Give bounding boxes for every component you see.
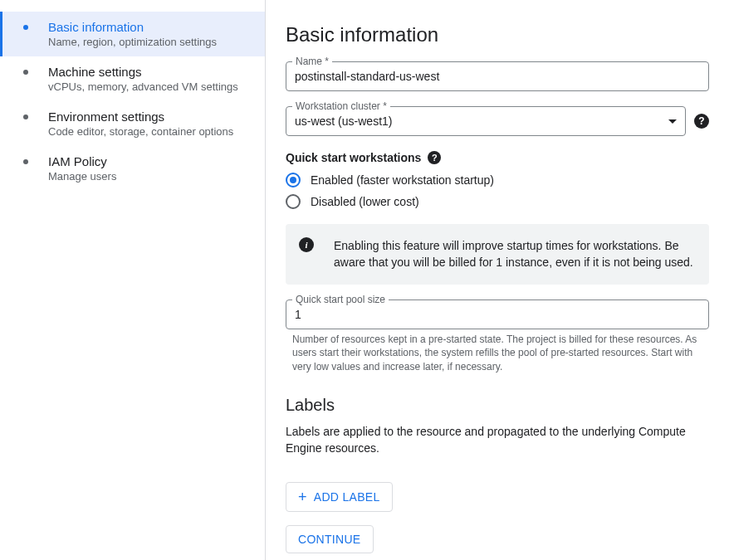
sidebar-item-title: IAM Policy xyxy=(48,154,252,168)
quickstart-label-text: Quick start workstations xyxy=(286,151,421,164)
quickstart-radio-group: Enabled (faster workstation startup) Dis… xyxy=(286,173,709,209)
name-input[interactable] xyxy=(286,61,709,91)
sidebar-item-subtitle: Code editor, storage, container options xyxy=(48,125,252,138)
radio-enabled[interactable]: Enabled (faster workstation startup) xyxy=(286,173,709,187)
help-icon[interactable]: ? xyxy=(694,114,709,129)
sidebar-item-title: Machine settings xyxy=(48,65,252,79)
pool-size-label: Quick start pool size xyxy=(292,294,389,305)
pool-size-form-field: Quick start pool size xyxy=(286,299,709,329)
labels-title: Labels xyxy=(286,396,709,415)
quickstart-info-box: i Enabling this feature will improve sta… xyxy=(286,224,709,285)
quickstart-section-label: Quick start workstations ? xyxy=(286,151,709,164)
continue-button-text: Continue xyxy=(298,533,361,546)
plus-icon: + xyxy=(298,489,307,504)
main-content: Basic information Name * Workstation clu… xyxy=(266,0,729,560)
page-title: Basic information xyxy=(286,23,709,46)
chevron-down-icon xyxy=(668,119,677,124)
continue-button[interactable]: Continue xyxy=(286,525,374,553)
info-text: Enabling this feature will improve start… xyxy=(334,237,696,271)
sidebar-item-subtitle: Name, region, optimization settings xyxy=(48,36,252,48)
step-bullet-icon xyxy=(23,159,28,164)
sidebar-item-title: Environment settings xyxy=(48,110,252,124)
sidebar: Basic information Name, region, optimiza… xyxy=(0,0,266,560)
sidebar-item-environment-settings[interactable]: Environment settings Code editor, storag… xyxy=(0,101,265,146)
name-label: Name * xyxy=(292,56,332,67)
add-label-button[interactable]: + Add label xyxy=(286,482,393,512)
radio-label: Enabled (faster workstation startup) xyxy=(311,173,494,187)
labels-description: Labels are applied to the resource and p… xyxy=(286,423,709,457)
cluster-form-field: Workstation cluster * us-west (us-west1)… xyxy=(286,106,709,136)
sidebar-item-basic-information[interactable]: Basic information Name, region, optimiza… xyxy=(0,12,265,56)
help-icon[interactable]: ? xyxy=(428,151,441,164)
step-bullet-icon xyxy=(23,114,28,119)
radio-label: Disabled (lower cost) xyxy=(311,195,419,208)
sidebar-item-machine-settings[interactable]: Machine settings vCPUs, memory, advanced… xyxy=(0,56,265,101)
name-form-field: Name * xyxy=(286,61,709,91)
cluster-label: Workstation cluster * xyxy=(292,100,390,112)
sidebar-item-iam-policy[interactable]: IAM Policy Manage users xyxy=(0,146,265,191)
step-bullet-icon xyxy=(23,25,28,30)
radio-disabled[interactable]: Disabled (lower cost) xyxy=(286,194,709,209)
radio-icon xyxy=(286,194,301,209)
info-icon: i xyxy=(299,237,314,252)
radio-icon xyxy=(286,173,301,187)
cluster-value: us-west (us-west1) xyxy=(295,114,392,128)
add-label-button-text: Add label xyxy=(314,490,380,504)
sidebar-item-title: Basic information xyxy=(48,20,252,34)
step-bullet-icon xyxy=(23,70,28,75)
pool-size-helper: Number of resources kept in a pre-starte… xyxy=(286,333,709,374)
sidebar-item-subtitle: vCPUs, memory, advanced VM settings xyxy=(48,80,252,93)
sidebar-item-subtitle: Manage users xyxy=(48,170,252,183)
